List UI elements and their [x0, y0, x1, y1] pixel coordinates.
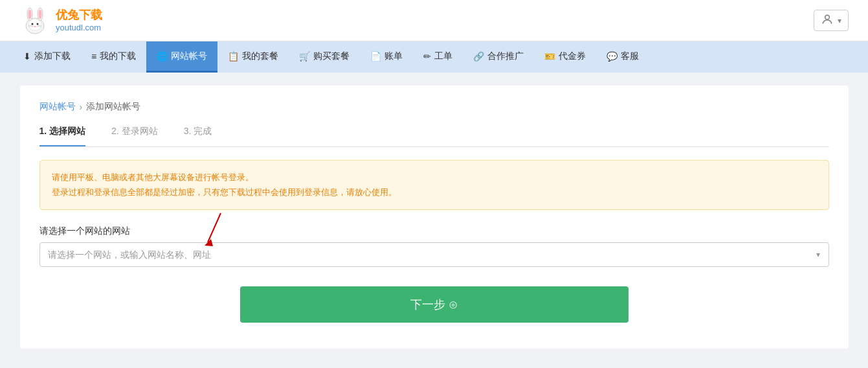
support-icon: 💬 [606, 51, 618, 62]
add-download-icon: ⬇ [23, 51, 31, 62]
logo-icon [19, 5, 50, 36]
user-area[interactable]: ▾ [814, 10, 849, 31]
nav-item-billing[interactable]: 📄 账单 [360, 41, 413, 73]
voucher-icon: 🎫 [544, 51, 555, 62]
next-button[interactable]: 下一步 ⊙ [240, 286, 629, 323]
dropdown-arrow-icon: ▾ [838, 16, 841, 25]
breadcrumb-current: 添加网站帐号 [86, 101, 140, 113]
svg-point-4 [28, 9, 32, 19]
my-plan-icon: 📋 [228, 51, 239, 62]
breadcrumb-separator: › [80, 102, 83, 112]
step-1-label: 1. 选择网站 [39, 126, 86, 136]
buy-plan-icon: 🛒 [299, 51, 310, 62]
nav-item-site-account[interactable]: 🌐 网站帐号 [146, 41, 217, 73]
site-select-form: 请选择一个网站的网站 请选择一个网站，或输入网站名称、网址 ▾ [39, 225, 829, 267]
notice-line1: 请使用平板、电脑或者其他大屏幕设备进行帐号登录。 [52, 170, 817, 185]
nav-label-workorder: 工单 [434, 51, 452, 62]
step-2[interactable]: 2. 登录网站 [111, 126, 158, 146]
main-nav: ⬇ 添加下载 ≡ 我的下载 🌐 网站帐号 📋 我的套餐 🛒 购买套餐 📄 账单 … [0, 41, 868, 73]
nav-item-my-plan[interactable]: 📋 我的套餐 [217, 41, 289, 73]
user-icon [821, 13, 834, 28]
nav-item-affiliate[interactable]: 🔗 合作推广 [463, 41, 534, 73]
site-select-wrapper: 请选择一个网站，或输入网站名称、网址 ▾ [39, 242, 829, 267]
affiliate-icon: 🔗 [473, 51, 484, 62]
step-3[interactable]: 3. 完成 [184, 126, 212, 146]
logo-area: 优兔下载 youtudl.com [19, 5, 102, 36]
nav-item-voucher[interactable]: 🎫 代金券 [534, 41, 596, 73]
nav-item-workorder[interactable]: ✏ 工单 [413, 41, 463, 73]
my-downloads-icon: ≡ [91, 51, 96, 62]
notice-line2: 登录过程和登录信息全部都是经过加密，只有您下载过程中会使用到登录信息，请放心使用… [52, 185, 817, 200]
svg-point-8 [34, 26, 36, 27]
step-2-label: 2. 登录网站 [111, 126, 158, 136]
nav-label-site-account: 网站帐号 [171, 51, 207, 62]
svg-point-6 [32, 23, 34, 25]
logo-name: 优兔下载 [56, 8, 102, 23]
breadcrumb: 网站帐号 › 添加网站帐号 [39, 101, 829, 113]
main-card: 网站帐号 › 添加网站帐号 1. 选择网站 2. 登录网站 3. 完成 请使用平… [20, 86, 849, 349]
nav-item-add-download[interactable]: ⬇ 添加下载 [13, 41, 81, 73]
nav-label-my-downloads: 我的下载 [100, 51, 136, 62]
nav-label-affiliate: 合作推广 [487, 51, 524, 62]
nav-label-add-download: 添加下载 [34, 51, 71, 62]
form-label: 请选择一个网站的网站 [39, 225, 829, 237]
step-1[interactable]: 1. 选择网站 [39, 126, 86, 146]
svg-point-13 [825, 15, 830, 19]
site-select[interactable]: 请选择一个网站，或输入网站名称、网址 [39, 242, 829, 267]
nav-label-my-plan: 我的套餐 [242, 51, 278, 62]
svg-point-7 [37, 23, 39, 25]
nav-item-buy-plan[interactable]: 🛒 购买套餐 [289, 41, 360, 73]
svg-point-5 [39, 9, 42, 19]
notice-box: 请使用平板、电脑或者其他大屏幕设备进行帐号登录。 登录过程和登录信息全部都是经过… [39, 160, 829, 210]
site-account-icon: 🌐 [157, 51, 168, 62]
nav-item-my-downloads[interactable]: ≡ 我的下载 [81, 41, 146, 73]
logo-text: 优兔下载 youtudl.com [56, 8, 102, 32]
billing-icon: 📄 [370, 51, 381, 62]
page: 网站帐号 › 添加网站帐号 1. 选择网站 2. 登录网站 3. 完成 请使用平… [0, 73, 868, 368]
nav-item-support[interactable]: 💬 客服 [596, 41, 649, 73]
nav-label-voucher: 代金券 [559, 51, 586, 62]
header: 优兔下载 youtudl.com ▾ [0, 0, 868, 41]
nav-label-billing: 账单 [384, 51, 403, 62]
nav-label-support: 客服 [621, 51, 639, 62]
logo-domain: youtudl.com [56, 23, 102, 33]
steps: 1. 选择网站 2. 登录网站 3. 完成 [39, 126, 829, 147]
breadcrumb-link[interactable]: 网站帐号 [39, 101, 76, 113]
workorder-icon: ✏ [423, 51, 431, 62]
nav-label-buy-plan: 购买套餐 [313, 51, 350, 62]
step-3-label: 3. 完成 [184, 126, 212, 136]
